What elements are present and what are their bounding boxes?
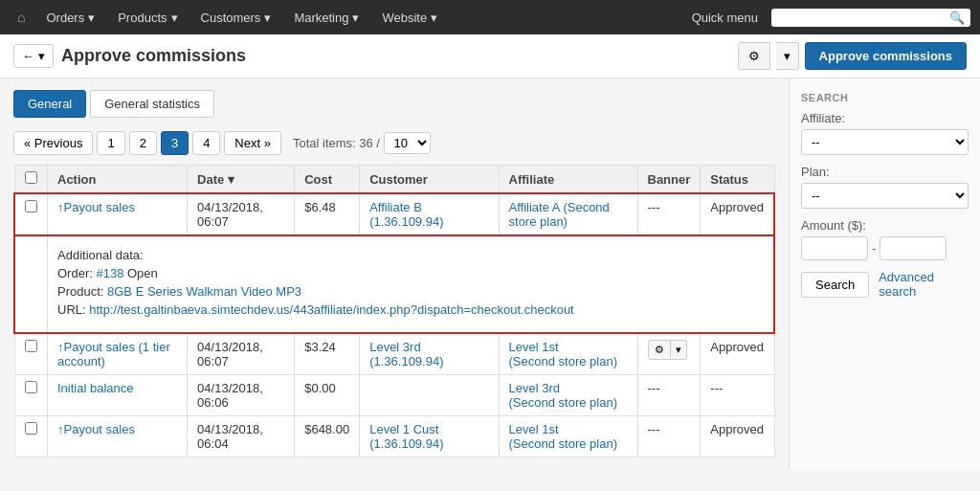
action-link[interactable]: ↑Payout sales — [57, 422, 135, 436]
pagination-row: « Previous 1 2 3 4 Next » Total items: 3… — [13, 131, 775, 155]
affiliate-link[interactable]: Level 1st — [509, 422, 559, 436]
top-search-input[interactable] — [777, 11, 949, 25]
search-section-title: SEARCH — [801, 92, 969, 103]
col-cost: Cost — [295, 166, 360, 194]
url-line: URL: http://test.galtinbaeva.simtechdev.… — [57, 302, 764, 317]
gear-button[interactable]: ⚙ — [738, 42, 770, 70]
banner-cell: ⚙▾ — [637, 333, 701, 375]
gear-dropdown-button[interactable]: ▾ — [776, 42, 799, 70]
page-3-button[interactable]: 3 — [161, 131, 189, 155]
action-link[interactable]: Initial balance — [57, 381, 134, 395]
customer-link[interactable]: Affiliate B (1.36.109.94) — [369, 200, 443, 229]
action-cell: Initial balance — [48, 375, 188, 416]
action-link[interactable]: ↑Payout sales — [57, 200, 135, 214]
banner-cell: --- — [637, 416, 701, 458]
page-4-button[interactable]: 4 — [192, 131, 220, 155]
affiliate-link[interactable]: Level 1st — [509, 340, 559, 354]
affiliate-select[interactable]: -- — [801, 129, 969, 155]
banner-cell: --- — [637, 375, 701, 416]
back-button[interactable]: ← ▾ — [13, 44, 54, 68]
page-header-right: ⚙ ▾ Approve commissions — [738, 42, 967, 70]
page-1-button[interactable]: 1 — [97, 131, 124, 155]
row-gear-caret-button[interactable]: ▾ — [671, 340, 687, 360]
next-button[interactable]: Next » — [224, 131, 281, 155]
commissions-table: Action Date ▾ Cost Customer Affiliate Ba… — [13, 165, 775, 458]
additional-data-label: Additional data: — [57, 248, 764, 262]
amount-label: Amount ($): — [801, 218, 969, 233]
sidebar: SEARCH Affiliate: -- Plan: -- Amount ($)… — [789, 78, 980, 469]
advanced-search-link[interactable]: Advanced search — [879, 270, 969, 299]
customer-cell — [360, 375, 499, 416]
col-checkbox — [14, 166, 48, 194]
back-arrow-icon: ← — [22, 49, 34, 63]
col-banner: Banner — [637, 166, 701, 194]
row-checkbox[interactable] — [25, 381, 37, 393]
nav-marketing[interactable]: Marketing ▾ — [284, 0, 368, 34]
cost-cell: $0.00 — [295, 375, 360, 416]
expanded-row: Additional data: Order: #138 Open Produc… — [14, 235, 774, 333]
table-row: Initial balance 04/13/2018, 06:06 $0.00 … — [14, 375, 774, 416]
plan-select[interactable]: -- — [801, 183, 969, 209]
tab-general[interactable]: General — [13, 90, 86, 118]
home-icon[interactable]: ⌂ — [10, 10, 33, 25]
search-button[interactable]: Search — [801, 272, 869, 298]
product-link[interactable]: 8GB E Series Walkman Video MP3 — [107, 284, 301, 299]
row-checkbox[interactable] — [25, 200, 37, 212]
status-cell: --- — [701, 375, 774, 416]
table-row: ↑Payout sales 04/13/2018, 06:04 $648.00 … — [14, 416, 774, 458]
customer-link[interactable]: Level 3rd (1.36.109.94) — [369, 340, 443, 368]
order-link[interactable]: #138 — [96, 266, 123, 280]
table-row: ↑Payout sales 04/13/2018, 06:07 $6.48 Af… — [14, 193, 774, 235]
nav-orders[interactable]: Orders ▾ — [36, 0, 104, 34]
page-title: Approve commissions — [61, 46, 246, 66]
top-nav: ⌂ Orders ▾ Products ▾ Customers ▾ Market… — [0, 0, 980, 34]
affiliate-cell: Level 1st(Second store plan) — [499, 416, 637, 458]
nav-customers-label: Customers — [201, 11, 261, 25]
nav-products-label: Products — [118, 11, 167, 25]
affiliate-plan-link[interactable]: (Second store plan) — [509, 395, 617, 410]
content-wrap: General General statistics « Previous 1 … — [0, 78, 980, 469]
affiliate-plan-link[interactable]: (Second store plan) — [509, 436, 617, 451]
plan-label: Plan: — [801, 165, 969, 179]
search-icon[interactable]: 🔍 — [949, 11, 965, 25]
cost-cell: $6.48 — [295, 193, 360, 235]
per-page-select[interactable]: 10 20 50 — [384, 132, 431, 154]
quick-menu-link[interactable]: Quick menu — [682, 11, 768, 25]
date-cell: 04/13/2018, 06:07 — [188, 333, 295, 375]
nav-marketing-caret: ▾ — [352, 11, 359, 25]
tab-general-statistics[interactable]: General statistics — [90, 90, 214, 118]
affiliate-link[interactable]: Affiliate A — [509, 200, 560, 214]
amount-separator: - — [872, 241, 876, 256]
nav-customers[interactable]: Customers ▾ — [191, 0, 281, 34]
cost-cell: $3.24 — [295, 333, 360, 375]
status-cell: Approved — [701, 333, 774, 375]
select-all-checkbox[interactable] — [25, 171, 37, 184]
amount-min-input[interactable] — [801, 236, 868, 260]
nav-orders-label: Orders — [46, 11, 84, 25]
status-cell: Approved — [701, 193, 774, 235]
affiliate-plan-link[interactable]: (Second store plan) — [509, 354, 617, 368]
url-link[interactable]: http://test.galtinbaeva.simtechdev.us/44… — [89, 302, 574, 317]
nav-website-label: Website — [382, 11, 427, 25]
action-link[interactable]: ↑Payout sales (1 tier account) — [57, 340, 170, 368]
customer-link[interactable]: Level 1 Cust (1.36.109.94) — [369, 422, 443, 451]
amount-row: - — [801, 236, 969, 260]
row-checkbox[interactable] — [25, 422, 37, 435]
col-status: Status — [701, 166, 774, 194]
page-header: ← ▾ Approve commissions ⚙ ▾ Approve comm… — [0, 34, 980, 78]
nav-website[interactable]: Website ▾ — [372, 0, 447, 34]
row-gear-button[interactable]: ⚙ — [648, 340, 671, 360]
product-line: Product: 8GB E Series Walkman Video MP3 — [57, 284, 764, 299]
approve-commissions-button[interactable]: Approve commissions — [805, 42, 967, 70]
nav-products[interactable]: Products ▾ — [108, 0, 187, 34]
prev-button[interactable]: « Previous — [13, 131, 93, 155]
search-action-row: Search Advanced search — [801, 270, 969, 299]
amount-max-input[interactable] — [880, 236, 947, 260]
page-2-button[interactable]: 2 — [129, 131, 157, 155]
expanded-content: Additional data: Order: #138 Open Produc… — [48, 235, 775, 333]
top-search-wrap: 🔍 — [771, 9, 970, 27]
row-checkbox[interactable] — [25, 340, 37, 352]
gear-caret-icon: ▾ — [784, 49, 791, 63]
affiliate-link[interactable]: Level 3rd — [509, 381, 560, 395]
gear-icon: ⚙ — [748, 49, 760, 63]
